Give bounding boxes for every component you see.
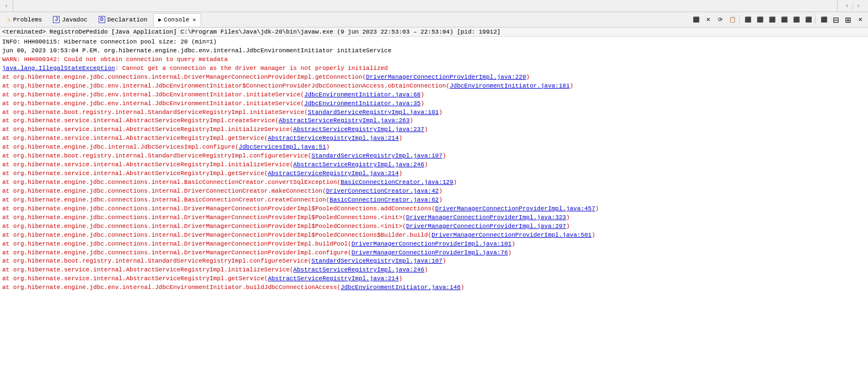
remove-button[interactable]: ✕ — [703, 14, 714, 25]
stack-link[interactable]: JdbcServicesImpl.java:51 — [239, 144, 326, 150]
stack-suffix: ) — [409, 117, 413, 124]
stack-suffix: ) — [454, 179, 457, 186]
stack-link[interactable]: DriverManagerConnectionProviderImpl.java… — [435, 205, 595, 212]
console-close-icon[interactable]: ✕ — [193, 17, 196, 23]
stack-suffix: ) — [420, 91, 424, 98]
stack-suffix: ) — [420, 100, 424, 107]
stack-prefix: at org.hibernate.engine.jdbc.connections… — [2, 74, 366, 80]
tab-declaration-label: Declaration — [107, 17, 148, 23]
stack-link[interactable]: BasicConnectionCreator.java:62 — [330, 197, 439, 203]
stack-suffix: ) — [399, 170, 403, 177]
toolbar-btn-8[interactable]: ⊟ — [831, 14, 842, 25]
top-nav-bar: ‹ ‹ › — [0, 0, 868, 12]
stack-prefix: at org.hibernate.boot.registry.internal.… — [2, 109, 308, 116]
nav-left-arrow[interactable]: ‹ — [0, 0, 13, 12]
console-line: jun 09, 2023 10:53:04 P.EM. org.hibernat… — [2, 47, 866, 56]
toolbar-btn-1[interactable]: ⬛ — [742, 14, 753, 25]
stack-link[interactable]: AbstractServiceRegistryImpl.java:237 — [293, 126, 424, 133]
stack-prefix: at org.hibernate.service.internal.Abstra… — [2, 135, 268, 141]
console-line: at org.hibernate.engine.jdbc.connections… — [2, 73, 866, 82]
console-line: at org.hibernate.engine.jdbc.connections… — [2, 222, 866, 231]
toolbar-btn-4[interactable]: ⬛ — [779, 14, 790, 25]
stack-link[interactable]: JdbcEnvironmentInitiator.java:35 — [304, 100, 420, 107]
toolbar-btn-6[interactable]: ⬛ — [803, 14, 814, 25]
stack-prefix: at org.hibernate.boot.registry.internal.… — [2, 152, 311, 159]
clear-button[interactable]: ⟳ — [715, 14, 726, 25]
toolbar-btn-7[interactable]: ⬛ — [818, 14, 829, 25]
terminate-button[interactable]: ⬛ — [691, 14, 702, 25]
stack-prefix: at org.hibernate.service.internal.Abstra… — [2, 275, 268, 282]
stack-link[interactable]: JdbcEnvironmentInitiator.java:146 — [341, 284, 461, 291]
panel-left-arrow[interactable]: ‹ — [842, 2, 853, 10]
stack-suffix: ) — [424, 161, 428, 168]
toolbar-btn-3[interactable]: ⬛ — [767, 14, 778, 25]
stack-link[interactable]: JdbcEnvironmentInitiator.java:181 — [450, 83, 570, 89]
console-line: at org.hibernate.engine.jdbc.connections… — [2, 196, 866, 205]
tab-javadoc-label: Javadoc — [62, 17, 87, 23]
console-output[interactable]: INFO: HHH000115: Hibernate connection po… — [0, 37, 868, 365]
stack-link[interactable]: DriverManagerConnectionProviderImpl.java… — [366, 74, 526, 80]
stack-link[interactable]: DriverManagerConnectionProviderImpl.java… — [432, 232, 591, 238]
stack-prefix: at org.hibernate.engine.jdbc.connections… — [2, 223, 406, 230]
stack-prefix: at org.hibernate.engine.jdbc.connections… — [2, 249, 352, 256]
toolbar-btn-10[interactable]: ✕ — [855, 14, 866, 25]
console-line: at org.hibernate.engine.jdbc.connections… — [2, 249, 866, 258]
stack-link[interactable]: AbstractServiceRegistryImpl.java:246 — [293, 266, 424, 273]
toolbar-buttons: ⬛ ✕ ⟳ 📋 ⬛ ⬛ ⬛ ⬛ ⬛ ⬛ ⬛ ⊟ ⊞ ✕ — [691, 14, 866, 25]
stack-prefix: at org.hibernate.engine.jdbc.connections… — [2, 232, 432, 238]
stack-link[interactable]: DriverManagerConnectionProviderImpl.java… — [406, 214, 566, 221]
console-line: java.lang.IllegalStateException: Cannot … — [2, 64, 866, 73]
console-line: at org.hibernate.engine.jdbc.connections… — [2, 214, 866, 222]
stack-link[interactable]: StandardServiceRegistryImpl.java:101 — [308, 109, 439, 116]
status-text: <terminated> RegistroDePedido [Java Appl… — [2, 29, 500, 35]
stack-link[interactable]: AbstractServiceRegistryImpl.java:214 — [268, 275, 399, 282]
stack-suffix: ) — [570, 83, 574, 89]
panel-right-arrow[interactable]: › — [853, 2, 864, 10]
problems-icon: ⚠ — [7, 16, 11, 23]
console-line: at org.hibernate.engine.jdbc.connections… — [2, 178, 866, 187]
toolbar-btn-5[interactable]: ⬛ — [791, 14, 802, 25]
console-line: at org.hibernate.boot.registry.internal.… — [2, 257, 866, 266]
stack-suffix: ) — [595, 205, 599, 212]
stack-prefix: at org.hibernate.engine.jdbc.env.interna… — [2, 100, 304, 107]
tab-javadoc[interactable]: J Javadoc — [48, 13, 92, 26]
stack-link[interactable]: StandardServiceRegistryImpl.java:107 — [311, 152, 443, 159]
stack-link[interactable]: AbstractServiceRegistryImpl.java:246 — [293, 161, 424, 168]
stack-link[interactable]: DriverConnectionCreator.java:42 — [326, 188, 439, 194]
javadoc-icon: J — [53, 16, 60, 23]
copy-button[interactable]: 📋 — [727, 14, 738, 25]
tab-declaration[interactable]: D Declaration — [94, 13, 153, 26]
stack-suffix: ) — [591, 232, 595, 238]
toolbar-btn-2[interactable]: ⬛ — [754, 14, 765, 25]
console-line: at org.hibernate.service.internal.Abstra… — [2, 134, 866, 143]
console-line: at org.hibernate.service.internal.Abstra… — [2, 117, 866, 126]
stack-link[interactable]: DriverManagerConnectionProviderImpl.java… — [352, 249, 508, 256]
console-line: at org.hibernate.boot.registry.internal.… — [2, 152, 866, 161]
stack-suffix: ) — [443, 258, 446, 264]
toolbar-btn-9[interactable]: ⊞ — [843, 14, 854, 25]
stack-link[interactable]: StandardServiceRegistryImpl.java:107 — [311, 258, 443, 264]
exception-link[interactable]: java.lang.IllegalStateException — [2, 65, 115, 72]
stack-link[interactable]: AbstractServiceRegistryImpl.java:214 — [268, 135, 399, 141]
stack-link[interactable]: DriverManagerConnectionProviderImpl.java… — [352, 241, 511, 247]
stack-link[interactable]: JdbcEnvironmentInitiator.java:68 — [304, 91, 420, 98]
stack-link[interactable]: AbstractServiceRegistryImpl.java:263 — [279, 117, 410, 124]
nav-right-arrow-panel[interactable]: ‹ › — [837, 0, 868, 12]
status-bar: <terminated> RegistroDePedido [Java Appl… — [0, 28, 868, 37]
stack-prefix: at org.hibernate.service.internal.Abstra… — [2, 117, 279, 124]
stack-link[interactable]: AbstractServiceRegistryImpl.java:214 — [268, 170, 399, 177]
stack-link[interactable]: BasicConnectionCreator.java:129 — [341, 179, 454, 186]
stack-prefix: at org.hibernate.service.internal.Abstra… — [2, 161, 293, 168]
stack-suffix: ) — [566, 214, 570, 221]
tab-console[interactable]: ▶ Console ✕ — [153, 13, 201, 26]
stack-prefix: at org.hibernate.engine.jdbc.connections… — [2, 241, 352, 247]
console-line: at org.hibernate.engine.jdbc.env.interna… — [2, 91, 866, 100]
stack-prefix: at org.hibernate.boot.registry.internal.… — [2, 258, 311, 264]
stack-suffix: ) — [399, 275, 403, 282]
console-line: at org.hibernate.service.internal.Abstra… — [2, 161, 866, 170]
stack-prefix: at org.hibernate.engine.jdbc.connections… — [2, 197, 330, 203]
tab-problems[interactable]: ⚠ Problems — [2, 13, 47, 26]
console-line: at org.hibernate.service.internal.Abstra… — [2, 170, 866, 178]
console-icon: ▶ — [158, 17, 161, 23]
stack-link[interactable]: DriverManagerConnectionProviderImpl.java… — [406, 223, 566, 230]
